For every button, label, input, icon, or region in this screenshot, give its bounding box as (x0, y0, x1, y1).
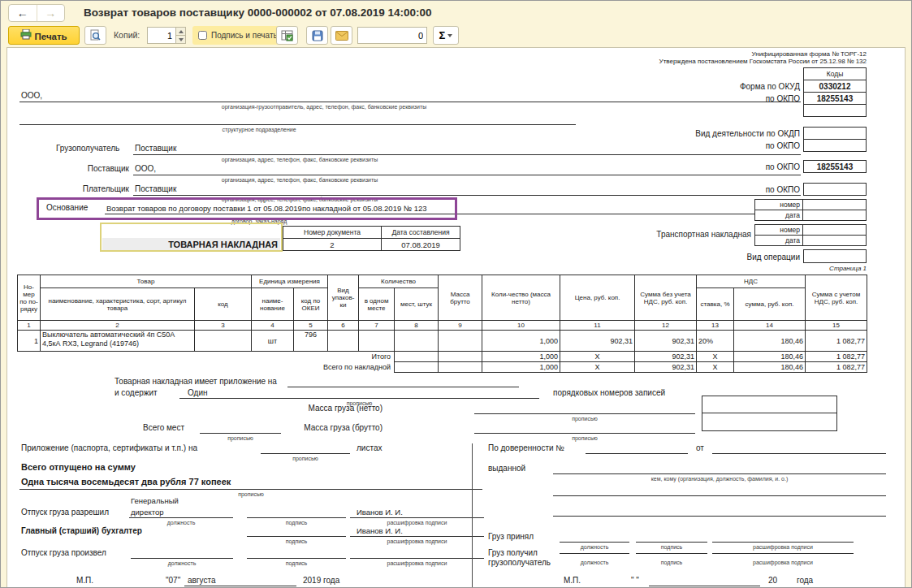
row-code (195, 331, 252, 352)
col-num-15: 15 (806, 321, 867, 331)
totals-total: 1 082,77 (806, 352, 867, 362)
col-header-unit-name: наиме-нование (252, 288, 294, 321)
col-num-5: 5 (294, 321, 328, 331)
table-row: 1 Выключатель автоматический 4п C50A 4,5… (18, 331, 867, 352)
basis-value: Возврат товаров по договору поставки 1 о… (106, 204, 427, 213)
accountant-label: Главный (старший) бухгалтер (21, 526, 142, 535)
email-button[interactable] (331, 26, 352, 45)
payer-underline (133, 195, 801, 196)
stepper-down-icon[interactable] (176, 35, 185, 43)
total-sum-label: Всего отпущено на сумму (21, 462, 136, 472)
row-unit: шт (252, 331, 294, 352)
row-qty-in-place (359, 331, 395, 352)
grand-places (395, 362, 439, 373)
doc-date-value: 07.08.2019 (382, 239, 460, 251)
division-underline (19, 124, 576, 125)
grand-rate-x: X (697, 362, 734, 373)
in-words-caption-6: прописью (19, 491, 482, 497)
okpo-label-3: по ОКПО (657, 162, 800, 171)
totals-row: Итого 1,000 X 902,31 X 180,46 1 082,77 (18, 352, 867, 362)
sheets-label: листах (357, 443, 382, 452)
allowed-position-underline (129, 517, 233, 518)
accepted-decode-underline (712, 542, 854, 543)
accepted-position-underline (560, 542, 629, 543)
envelope-icon (335, 31, 348, 41)
col-num-6: 6 (328, 321, 359, 331)
in-words-caption-5: прописью (261, 456, 350, 461)
supplier-label: Поставщик (56, 164, 129, 173)
sign-caption-r2: подпись (636, 560, 707, 565)
print-button[interactable]: Печать (8, 26, 80, 45)
position-line2: директор (131, 508, 164, 517)
issued-underline-3 (553, 516, 886, 517)
okpo-label-4: по ОКПО (657, 185, 800, 194)
grand-vat: 180,46 (734, 362, 806, 373)
basis-underline (105, 214, 801, 214)
attorney-date-underline (712, 453, 886, 454)
sign-and-print-checkbox[interactable] (198, 31, 207, 40)
chevron-down-icon (447, 34, 452, 37)
in-words-caption-3: прописью (200, 435, 281, 441)
col-header-gross: Масса брутто (439, 275, 482, 321)
col-header-package: Вид упаков-ки (328, 275, 359, 321)
accountant-decode-underline (350, 536, 484, 537)
okpo-cell-4 (803, 183, 867, 196)
copies-input[interactable] (147, 27, 176, 44)
forward-icon[interactable]: → (37, 5, 65, 21)
decode-caption-3: расшифровка подписи (350, 560, 484, 566)
stepper-up-icon[interactable] (176, 28, 185, 35)
made-sign-underline (247, 558, 346, 559)
records-label: порядковых номеров записей (553, 388, 665, 397)
col-group-vat: НДС (697, 275, 806, 288)
row-qty: 1,000 (482, 331, 560, 352)
supplier-caption: организация, адрес, телефон, факс, банко… (137, 177, 462, 183)
release-allowed-label: Отпуск груза разрешил (21, 508, 109, 517)
release-made-label: Отпуск груза произвел (21, 548, 106, 557)
sum-button[interactable]: Σ (433, 26, 459, 45)
attachment-label: Приложение (паспорта, сертификаты и т.п.… (21, 443, 197, 452)
col-group-quantity: Количество (359, 275, 439, 288)
received-position-underline (560, 553, 629, 554)
operation-kind-cell (803, 249, 867, 263)
totals-places (395, 352, 439, 362)
totals-qty: 1,000 (482, 352, 560, 362)
cargo-received-label1: Груз получил (488, 548, 538, 557)
empty-code-cell-1 (803, 104, 867, 117)
issued-underline-2 (553, 495, 886, 496)
sign-caption-1: подпись (247, 520, 346, 525)
allowed-sign-underline (247, 517, 346, 518)
decode-caption-r1: расшифровка подписи (712, 544, 854, 550)
mass-gross-cell (702, 413, 837, 431)
save-button[interactable] (306, 26, 328, 45)
row-num: 1 (18, 331, 41, 352)
stamp-label-right: М.П. (564, 576, 581, 585)
page-number-input[interactable] (357, 27, 427, 44)
appendix-line1-underline (287, 387, 519, 387)
sign-and-print-label: Подпись и печать (211, 31, 278, 40)
activity-okdp-cell (803, 127, 867, 140)
export-table-button[interactable] (276, 26, 298, 45)
row-vat-amount: 180,46 (734, 331, 806, 352)
col-header-qty-net: Коли-чество (масса нетто) (482, 275, 560, 321)
col-header-price: Цена, руб. коп. (560, 275, 635, 321)
totals-price-x: X (560, 352, 635, 362)
okpo-value-cell-1: 18255143 (803, 92, 867, 105)
in-words-caption-4: прописью (474, 435, 695, 441)
cargo-received-label2: грузополучатель (488, 558, 551, 567)
preview-button[interactable] (84, 26, 106, 45)
col-num-9: 9 (439, 321, 482, 331)
payer-label: Плательщик (63, 184, 129, 193)
row-okei: 796 (294, 331, 328, 352)
transport-number-cell (802, 224, 867, 236)
accepted-sign-underline (636, 542, 707, 543)
attorney-from-label: от (696, 443, 704, 452)
floppy-icon (312, 30, 323, 41)
back-icon[interactable]: ← (9, 5, 37, 21)
issued-caption: кем, кому (организация, должность, фамил… (553, 476, 886, 482)
made-decode-underline (350, 558, 484, 559)
col-header-vat-amount: сумма, руб. коп. (734, 288, 806, 321)
org-underline (19, 102, 801, 102)
doc-number-header: Номер документа (283, 227, 382, 239)
sign-caption-2: подпись (247, 538, 346, 544)
grand-total: 1 082,77 (806, 362, 867, 373)
